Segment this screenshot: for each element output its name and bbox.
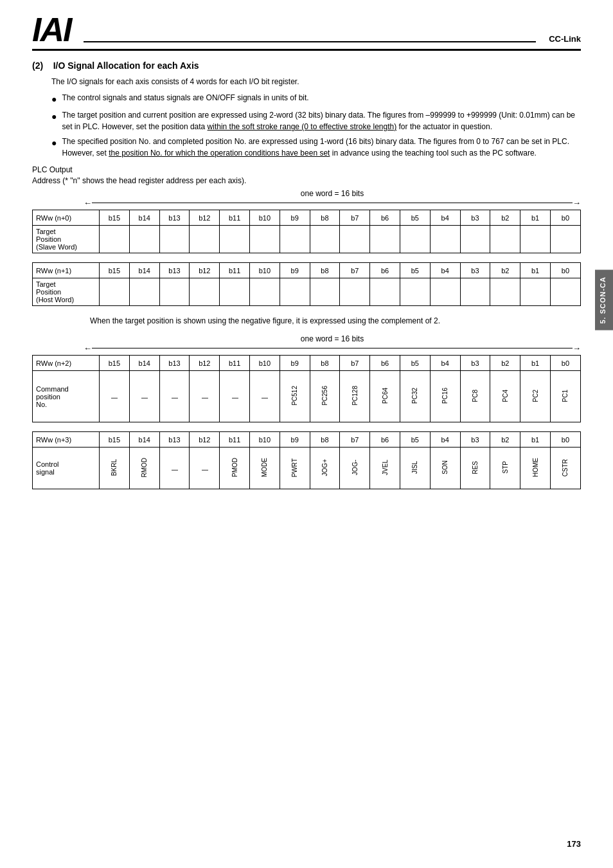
col-b9: b9 <box>280 432 310 448</box>
col-b11: b11 <box>220 210 250 226</box>
col-b5: b5 <box>400 356 430 371</box>
col-b13: b13 <box>159 432 190 448</box>
cell <box>129 226 159 253</box>
cell-jogp: JOG+ <box>310 448 340 489</box>
cell <box>430 278 460 306</box>
col-b8: b8 <box>310 210 340 226</box>
col-b3: b3 <box>460 210 490 226</box>
header-subtitle: CC-Link <box>549 34 581 44</box>
col-b7: b7 <box>340 210 370 226</box>
col-b11: b11 <box>220 432 250 448</box>
cell <box>550 226 580 253</box>
table-n2-header: RWw (n+2) b15 b14 b13 b12 b11 b10 b9 b8 … <box>33 356 581 371</box>
cell-b13: | <box>159 371 190 422</box>
page-number: 173 <box>567 839 581 849</box>
cell-pc512: PC512 <box>280 371 310 422</box>
page: IAI CC-Link 5. SCON-CA (2) I/O Signal Al… <box>0 0 613 868</box>
table-n0: RWw (n+0) b15 b14 b13 b12 b11 b10 b9 b8 … <box>32 210 581 253</box>
bullet-item-1: ● The control signals and status signals… <box>51 92 581 106</box>
cell <box>550 278 580 306</box>
col-b10: b10 <box>250 210 280 226</box>
table-n3-label: Controlsignal <box>33 448 100 489</box>
cell-pc1: PC1 <box>550 371 580 422</box>
bullet-list: ● The control signals and status signals… <box>51 92 581 159</box>
col-b4: b4 <box>430 210 460 226</box>
bullet-dot-3: ● <box>51 136 57 150</box>
cell <box>310 278 340 306</box>
col-b7: b7 <box>340 356 370 371</box>
table-rww-n2: RWw (n+2) b15 b14 b13 b12 b11 b10 b9 b8 … <box>32 355 581 422</box>
table-rww-n3: RWw (n+3) b15 b14 b13 b12 b11 b10 b9 b8 … <box>32 431 581 489</box>
cell-mode: MODE <box>250 448 280 489</box>
cell <box>370 278 400 306</box>
bullet-item-2: ● The target position and current positi… <box>51 109 581 132</box>
col-b2: b2 <box>490 210 520 226</box>
col-b13: b13 <box>159 356 190 371</box>
cell-b11: | <box>220 371 250 422</box>
complement-note: When the target position is shown using … <box>90 315 581 327</box>
cell-cstr: CSTR <box>550 448 580 489</box>
col-b14: b14 <box>129 432 159 448</box>
col-b10: b10 <box>250 356 280 371</box>
table-n2-data: CommandpositionNo. | | | | | | PC512 PC2… <box>33 371 581 422</box>
cell <box>370 226 400 253</box>
cell-pc256: PC256 <box>310 371 340 422</box>
col-b12: b12 <box>190 210 220 226</box>
table-rww-n1: RWw (n+1) b15 b14 b13 b12 b11 b10 b9 b8 … <box>32 262 581 306</box>
side-tab: 5. SCON-CA <box>595 270 613 330</box>
col-b14: b14 <box>129 210 159 226</box>
col-b3: b3 <box>460 432 490 448</box>
cell-pc32: PC32 <box>400 371 430 422</box>
header-line <box>84 41 536 42</box>
cell <box>100 278 130 306</box>
col-b8: b8 <box>310 432 340 448</box>
col-b9: b9 <box>280 210 310 226</box>
cell-b14: | <box>129 371 159 422</box>
section-heading: I/O Signal Allocation for each Axis <box>53 60 199 71</box>
table-n0-header: RWw (n+0) b15 b14 b13 b12 b11 b10 b9 b8 … <box>33 210 581 226</box>
col-b9: b9 <box>280 263 310 278</box>
table-n0-data: TargetPosition(Slave Word) <box>33 226 581 253</box>
col-b3: b3 <box>460 263 490 278</box>
table-n2-row-id: RWw (n+2) <box>33 356 100 371</box>
col-b2: b2 <box>490 432 520 448</box>
col-b2: b2 <box>490 263 520 278</box>
col-b4: b4 <box>430 263 460 278</box>
cell-bkrl: BKRL <box>100 448 130 489</box>
cell <box>400 226 430 253</box>
cell <box>490 278 520 306</box>
bullet-text-1: The control signals and status signals a… <box>62 92 308 104</box>
col-b12: b12 <box>190 263 220 278</box>
col-b3: b3 <box>460 356 490 371</box>
table-n0-label: TargetPosition(Slave Word) <box>33 226 100 253</box>
col-b1: b1 <box>520 432 551 448</box>
bullet-item-3: ● The specified position No. and complet… <box>51 136 581 159</box>
cell-empty2: | <box>190 448 220 489</box>
table-rww-n0: RWw (n+0) b15 b14 b13 b12 b11 b10 b9 b8 … <box>32 210 581 253</box>
cell <box>490 226 520 253</box>
col-b15: b15 <box>100 356 130 371</box>
col-b11: b11 <box>220 263 250 278</box>
section-number: (2) <box>32 60 43 71</box>
cell <box>520 278 551 306</box>
cell <box>190 278 220 306</box>
cell <box>340 226 370 253</box>
bullet-text-2: The target position and current position… <box>62 109 581 132</box>
col-b0: b0 <box>550 210 580 226</box>
logo: IAI <box>32 13 71 46</box>
cell-pwrt: PWRT <box>280 448 310 489</box>
table-n3-row-id: RWw (n+3) <box>33 432 100 448</box>
cell <box>159 226 190 253</box>
arrow-row-2: ← → <box>84 343 581 353</box>
cell-res: RES <box>460 448 490 489</box>
col-b12: b12 <box>190 356 220 371</box>
cell <box>280 226 310 253</box>
col-b1: b1 <box>520 356 551 371</box>
col-b0: b0 <box>550 356 580 371</box>
col-b5: b5 <box>400 210 430 226</box>
intro-text: The I/O signals for each axis consists o… <box>51 76 581 88</box>
table-n1-row-id: RWw (n+1) <box>33 263 100 278</box>
col-b9: b9 <box>280 356 310 371</box>
cell-rmod: RMOD <box>129 448 159 489</box>
col-b6: b6 <box>370 356 400 371</box>
